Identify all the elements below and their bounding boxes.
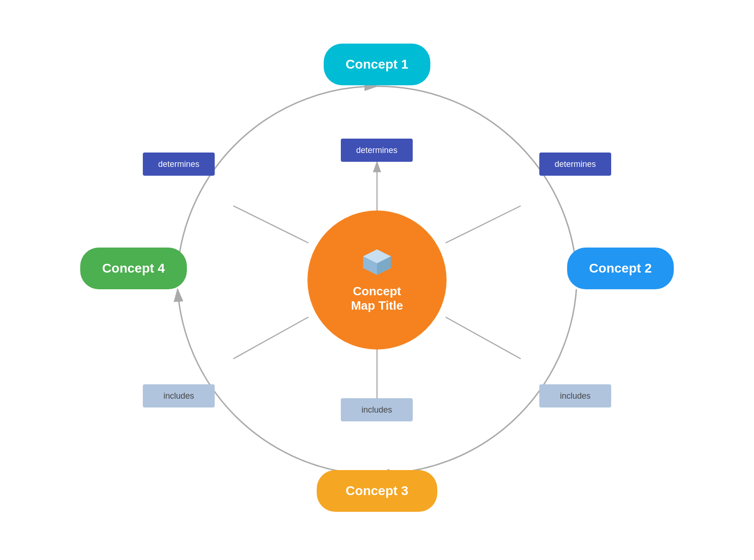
concept-3-node: Concept 3 <box>317 470 437 512</box>
concept-4-label: Concept 4 <box>102 261 165 276</box>
label-determines-top: determines <box>341 139 413 162</box>
includes-left-text: includes <box>163 391 194 401</box>
center-circle: Concept Map Title <box>307 210 447 350</box>
determines-left-text: determines <box>158 159 199 169</box>
includes-bottom-text: includes <box>361 405 392 415</box>
svg-line-7 <box>446 317 521 359</box>
center-title-line1: Concept <box>353 284 401 299</box>
concept-4-node: Concept 4 <box>80 248 187 289</box>
label-determines-right: determines <box>539 153 611 176</box>
concept-3-label: Concept 3 <box>345 484 408 498</box>
concept-2-label: Concept 2 <box>589 261 652 276</box>
svg-line-5 <box>233 317 308 359</box>
diagram-container: Concept Map Title Concept 1 Concept 2 Co… <box>52 25 702 535</box>
determines-right-text: determines <box>555 159 596 169</box>
includes-right-text: includes <box>560 391 590 401</box>
label-includes-right: includes <box>539 384 611 407</box>
cube-icon <box>361 247 393 280</box>
concept-1-node: Concept 1 <box>324 44 430 85</box>
label-includes-left: includes <box>143 384 215 407</box>
label-determines-left: determines <box>143 153 215 176</box>
svg-line-6 <box>446 206 521 243</box>
center-title-line2: Map Title <box>351 299 403 313</box>
svg-line-4 <box>233 206 308 243</box>
determines-top-text: determines <box>356 146 397 155</box>
concept-2-node: Concept 2 <box>567 248 674 289</box>
concept-1-label: Concept 1 <box>345 57 408 72</box>
label-includes-bottom: includes <box>341 398 413 421</box>
